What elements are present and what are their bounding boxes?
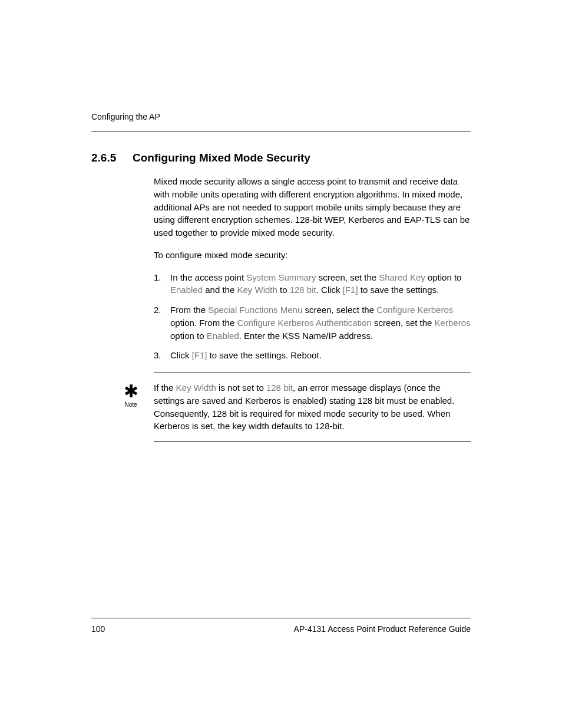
text: and the xyxy=(203,285,237,295)
term-key-width: Key Width xyxy=(237,285,277,295)
footer-rule xyxy=(91,618,471,618)
text: option. From the xyxy=(170,318,237,328)
term-f1: [F1] xyxy=(192,350,207,360)
text: option to xyxy=(170,331,207,341)
footer-row: 100 AP-4131 Access Point Product Referen… xyxy=(91,624,471,634)
term-shared-key: Shared Key xyxy=(379,272,425,282)
text: Click xyxy=(170,350,192,360)
text: to save the settings. Reboot. xyxy=(207,350,322,360)
note-area: ✱ Note If the Key Width is not set to 12… xyxy=(91,373,471,442)
term-kerberos: Kerberos xyxy=(435,318,471,328)
body-column: Mixed mode security allows a single acce… xyxy=(154,175,471,362)
section-title: Configuring Mixed Mode Security xyxy=(133,151,310,164)
term-128-bit: 128 bit xyxy=(290,285,316,295)
step-3: Click [F1] to save the settings. Reboot. xyxy=(154,349,471,362)
running-header: Configuring the AP xyxy=(91,112,471,121)
lead-in: To configure mixed mode security: xyxy=(154,249,471,262)
note-label: Note xyxy=(118,401,143,408)
note-text: If the Key Width is not set to 128 bit, … xyxy=(154,381,471,433)
note-icon: ✱ xyxy=(118,383,143,400)
text: If the xyxy=(154,383,176,393)
text: screen, set the xyxy=(316,272,379,282)
term-enabled: Enabled xyxy=(170,285,203,295)
term-f1: [F1] xyxy=(343,285,358,295)
term-configure-kerberos-auth: Configure Kerberos Authentication xyxy=(237,318,371,328)
step-2: From the Special Functions Menu screen, … xyxy=(154,304,471,342)
page: Configuring the AP 2.6.5 Configuring Mix… xyxy=(0,0,562,442)
intro-paragraph: Mixed mode security allows a single acce… xyxy=(154,175,471,239)
header-rule xyxy=(91,131,471,131)
section-number: 2.6.5 xyxy=(91,151,133,164)
text: to save the settings. xyxy=(358,285,439,295)
term-128-bit: 128 bit xyxy=(266,383,293,393)
step-1: In the access point System Summary scree… xyxy=(154,271,471,297)
steps-list: In the access point System Summary scree… xyxy=(154,271,471,363)
text: screen, set the xyxy=(372,318,435,328)
term-system-summary: System Summary xyxy=(246,272,316,282)
section-heading: 2.6.5 Configuring Mixed Mode Security xyxy=(91,151,471,164)
term-configure-kerberos: Configure Kerberos xyxy=(376,305,453,315)
page-number: 100 xyxy=(91,624,105,634)
text: to xyxy=(277,285,290,295)
note-block: ✱ Note If the Key Width is not set to 12… xyxy=(91,381,471,433)
doc-title: AP-4131 Access Point Product Reference G… xyxy=(294,624,471,634)
note-rule-top xyxy=(154,373,471,373)
term-enabled: Enabled xyxy=(207,331,239,341)
note-rule-bottom xyxy=(154,441,471,442)
text: screen, select the xyxy=(302,305,376,315)
term-key-width: Key Width xyxy=(176,383,216,393)
text: . Enter the KSS Name/IP address. xyxy=(239,331,373,341)
text: From the xyxy=(170,305,208,315)
text: In the access point xyxy=(170,272,246,282)
text: option to xyxy=(425,272,462,282)
footer: 100 AP-4131 Access Point Product Referen… xyxy=(91,618,471,634)
term-special-functions-menu: Special Functions Menu xyxy=(208,305,302,315)
text: . Click xyxy=(316,285,343,295)
text: is not set to xyxy=(216,383,266,393)
note-icon-column: ✱ Note xyxy=(118,381,143,433)
